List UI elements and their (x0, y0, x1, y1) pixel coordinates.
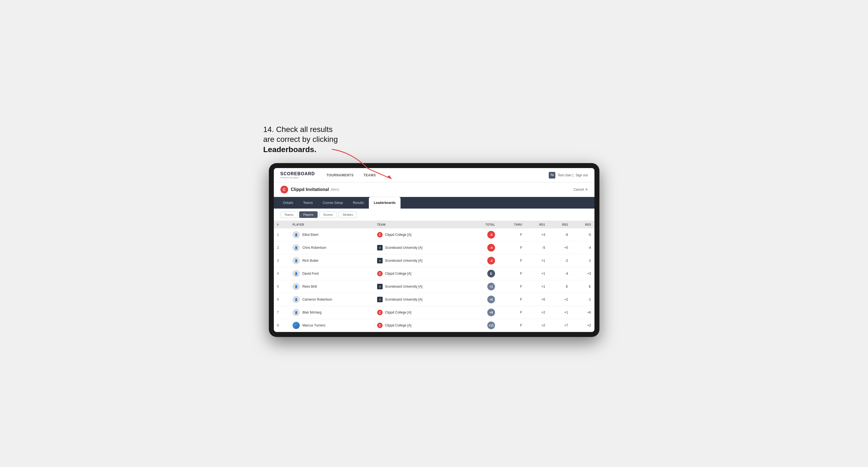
cell-thru: F (498, 319, 525, 332)
tablet-frame: SCOREBOARD Powered by clippd TOURNAMENTS… (269, 163, 599, 337)
cell-thru: F (498, 241, 525, 254)
cell-team: CClippd College [A] (374, 267, 469, 280)
cell-team: ≡Scoreboard University [A] (374, 241, 469, 254)
table-row: 3👤Rich Butler≡Scoreboard University [A]-… (274, 254, 594, 267)
nav-teams[interactable]: TEAMS (359, 168, 381, 182)
cell-rd3: +3 (571, 267, 594, 280)
cell-thru: F (498, 306, 525, 319)
cell-rd3: +6 (571, 306, 594, 319)
cell-total: +1 (469, 280, 498, 293)
cancel-button[interactable]: Cancel ✕ (574, 188, 588, 191)
cell-rd2: +7 (549, 319, 571, 332)
cell-rd3: +2 (571, 319, 594, 332)
tab-teams[interactable]: Teams (298, 197, 318, 209)
user-avatar: TU (549, 172, 555, 179)
tab-bar: Details Teams Course Setup Results Leade… (274, 197, 594, 209)
tournament-title: Clippd Invitational (291, 187, 329, 192)
table-row: 1👤Elliot EbertCClippd College [A]-8F+3-6… (274, 228, 594, 241)
cell-rd1: +1 (526, 254, 549, 267)
cell-rank: 3 (274, 254, 289, 267)
cell-team: ≡Scoreboard University [A] (374, 254, 469, 267)
cell-rd2: +5 (549, 241, 571, 254)
table-row: 7👤Blair McHargCClippd College [A]+9F+2+1… (274, 306, 594, 319)
cell-player: 👤Cameron Robertson (289, 293, 374, 306)
sign-out-link[interactable]: Sign out (576, 173, 588, 177)
cell-thru: F (498, 228, 525, 241)
instruction-line1: 14. Check all results (264, 125, 333, 134)
top-nav: SCOREBOARD Powered by clippd TOURNAMENTS… (274, 168, 594, 182)
table-header-row: # PLAYER TEAM TOTAL THRU RD1 RD2 RD3 (274, 221, 594, 228)
col-thru: THRU (498, 221, 525, 228)
cell-rank: 5 (274, 280, 289, 293)
cell-total: E (469, 267, 498, 280)
cell-rd2: -4 (549, 267, 571, 280)
tab-details[interactable]: Details (278, 197, 298, 209)
filter-scores[interactable]: Scores (319, 211, 337, 218)
tournament-icon: C (280, 186, 288, 193)
cell-rd1: +1 (526, 267, 549, 280)
cell-rank: 4 (274, 267, 289, 280)
cell-total: +11 (469, 319, 498, 332)
tablet-screen: SCOREBOARD Powered by clippd TOURNAMENTS… (274, 168, 594, 332)
tab-results[interactable]: Results (348, 197, 369, 209)
filter-bar: Teams Players Scores Strokes (274, 209, 594, 221)
cell-team: ≡Scoreboard University [A] (374, 293, 469, 306)
cell-rd1: +3 (526, 228, 549, 241)
cell-rd1: +5 (526, 293, 549, 306)
cell-total: -4 (469, 241, 498, 254)
cell-thru: F (498, 267, 525, 280)
col-rd3: RD3 (571, 221, 594, 228)
tab-leaderboards[interactable]: Leaderboards (369, 197, 401, 209)
nav-links: TOURNAMENTS TEAMS (321, 168, 549, 182)
table-row: 2👤Chris Robertson≡Scoreboard University … (274, 241, 594, 254)
cell-thru: F (498, 293, 525, 306)
col-rd1: RD1 (526, 221, 549, 228)
cell-rd3: -4 (571, 241, 594, 254)
cell-rd2: E (549, 280, 571, 293)
instruction-text: 14. Check all results are correct by cli… (264, 125, 338, 155)
cell-rd2: -2 (549, 254, 571, 267)
cell-rd1: +1 (526, 280, 549, 293)
logo-area: SCOREBOARD Powered by clippd (280, 172, 315, 179)
tab-course-setup[interactable]: Course Setup (318, 197, 348, 209)
cell-rank: 6 (274, 293, 289, 306)
col-team: TEAM (374, 221, 469, 228)
cell-rank: 8 (274, 319, 289, 332)
table-row: 4👤David FordCClippd College [A]EF+1-4+3 (274, 267, 594, 280)
cell-team: CClippd College [A] (374, 319, 469, 332)
cell-player: 👤Blair McHarg (289, 306, 374, 319)
leaderboard-table: # PLAYER TEAM TOTAL THRU RD1 RD2 RD3 1👤E… (274, 221, 594, 332)
cell-rank: 1 (274, 228, 289, 241)
outer-wrapper: 14. Check all results are correct by cli… (269, 130, 599, 337)
cell-team: CClippd College [A] (374, 228, 469, 241)
logo-sub: Powered by clippd (280, 176, 315, 179)
nav-tournaments[interactable]: TOURNAMENTS (321, 168, 359, 182)
cell-rank: 2 (274, 241, 289, 254)
filter-teams[interactable]: Teams (280, 211, 298, 218)
col-total: TOTAL (469, 221, 498, 228)
cell-rd3: E (571, 280, 594, 293)
cell-rd2: +2 (549, 293, 571, 306)
cell-rd3: -1 (571, 254, 594, 267)
logo-text: SCOREBOARD (280, 172, 315, 176)
tournament-badge: (Men) (331, 188, 339, 191)
cell-rank: 7 (274, 306, 289, 319)
cell-rd2: -6 (549, 228, 571, 241)
filter-players[interactable]: Players (299, 211, 318, 218)
cell-rd1: +2 (526, 319, 549, 332)
table-row: 8🏌Marcus TurnersCClippd College [A]+11F+… (274, 319, 594, 332)
cell-rd3: -1 (571, 293, 594, 306)
user-name: Test User | (558, 173, 573, 177)
cell-total: -8 (469, 228, 498, 241)
cell-rd3: -5 (571, 228, 594, 241)
cell-rd1: +2 (526, 306, 549, 319)
nav-right: TU Test User | Sign out (549, 172, 588, 179)
cell-player: 👤Chris Robertson (289, 241, 374, 254)
cell-rd2: +1 (549, 306, 571, 319)
col-rank: # (274, 221, 289, 228)
cell-thru: F (498, 280, 525, 293)
cell-player: 👤David Ford (289, 267, 374, 280)
cell-rd1: -5 (526, 241, 549, 254)
instruction-line2: are correct by clicking (264, 135, 338, 144)
filter-strokes[interactable]: Strokes (339, 211, 357, 218)
